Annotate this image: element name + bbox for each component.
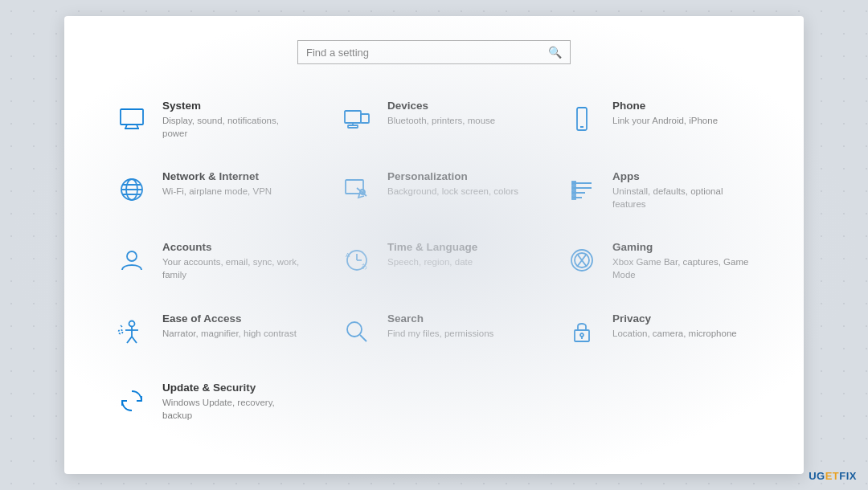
svg-rect-41 (575, 330, 589, 341)
privacy-desc: Location, camera, microphone (612, 327, 737, 340)
search-title: Search (387, 312, 493, 325)
system-desc: Display, sound, notifications, power (162, 114, 305, 140)
gaming-title: Gaming (612, 241, 755, 253)
search-container: 🔍 (297, 40, 571, 64)
privacy-icon (563, 312, 601, 351)
setting-item-ease[interactable]: Ease of Access Narrator, magnifier, high… (104, 301, 313, 362)
ease-desc: Narrator, magnifier, high contrast (162, 327, 297, 340)
svg-text:あ: あ (361, 263, 367, 270)
gaming-icon (563, 241, 601, 280)
setting-item-privacy[interactable]: Privacy Location, camera, microphone (555, 301, 764, 362)
setting-item-accounts[interactable]: Accounts Your accounts, email, sync, wor… (104, 230, 313, 292)
personalization-title: Personalization (387, 170, 518, 182)
devices-title: Devices (387, 100, 495, 112)
settings-grid: System Display, sound, notifications, po… (104, 88, 764, 433)
search-bar[interactable]: 🔍 (297, 40, 571, 64)
setting-item-search[interactable]: Search Find my files, permissions (330, 301, 538, 362)
ease-title: Ease of Access (162, 312, 297, 325)
system-title: System (162, 100, 305, 112)
search-input[interactable] (306, 47, 548, 59)
phone-icon (563, 100, 601, 138)
setting-item-update[interactable]: Update & Security Windows Update, recove… (104, 370, 313, 433)
time-title: Time & Language (387, 241, 477, 253)
setting-item-time[interactable]: A あ Time & Language Speech, region, date (330, 230, 538, 292)
search-icon: 🔍 (548, 46, 562, 59)
gaming-desc: Xbox Game Bar, captures, Game Mode (612, 255, 755, 281)
network-icon (113, 170, 151, 209)
apps-icon (563, 170, 601, 209)
svg-point-42 (580, 333, 583, 337)
search-desc: Find my files, permissions (387, 327, 493, 340)
setting-item-phone[interactable]: Phone Link your Android, iPhone (555, 88, 764, 151)
accounts-title: Accounts (162, 241, 305, 253)
search-icon (338, 312, 376, 351)
svg-line-40 (360, 335, 366, 341)
personalization-icon (338, 170, 376, 209)
apps-title: Apps (612, 170, 755, 182)
time-icon: A あ (338, 241, 376, 280)
system-icon (113, 100, 151, 138)
network-desc: Wi-Fi, airplane mode, VPN (162, 185, 272, 198)
svg-point-26 (127, 251, 137, 261)
phone-title: Phone (612, 100, 718, 112)
phone-desc: Link your Android, iPhone (612, 114, 718, 127)
svg-point-39 (347, 322, 362, 337)
setting-item-gaming[interactable]: Gaming Xbox Game Bar, captures, Game Mod… (555, 230, 764, 292)
ease-icon (113, 312, 151, 351)
setting-item-apps[interactable]: Apps Uninstall, defaults, optional featu… (555, 159, 764, 222)
update-desc: Windows Update, recovery, backup (162, 396, 305, 422)
svg-text:A: A (346, 251, 350, 259)
svg-point-37 (119, 329, 123, 333)
setting-item-network[interactable]: Network & Internet Wi-Fi, airplane mode,… (104, 159, 313, 222)
personalization-desc: Background, lock screen, colors (387, 185, 518, 198)
svg-rect-6 (348, 125, 358, 128)
setting-item-devices[interactable]: Devices Bluetooth, printers, mouse (330, 88, 538, 151)
svg-rect-0 (121, 109, 143, 125)
setting-item-system[interactable]: System Display, sound, notifications, po… (104, 88, 313, 151)
svg-rect-4 (345, 111, 361, 123)
network-title: Network & Internet (162, 170, 272, 182)
settings-window: 🔍 System Display, sound, notifications, … (64, 16, 804, 474)
svg-point-36 (129, 321, 135, 326)
update-icon (113, 382, 151, 420)
accounts-icon (113, 241, 151, 280)
watermark: UGETFIX (809, 470, 857, 482)
privacy-title: Privacy (612, 312, 737, 325)
devices-desc: Bluetooth, printers, mouse (387, 114, 495, 127)
svg-rect-5 (361, 114, 369, 123)
accounts-desc: Your accounts, email, sync, work, family (162, 255, 305, 281)
apps-desc: Uninstall, defaults, optional features (612, 185, 755, 210)
svg-line-38 (121, 325, 122, 327)
setting-item-personalization[interactable]: Personalization Background, lock screen,… (330, 159, 538, 222)
update-title: Update & Security (162, 382, 305, 394)
devices-icon (338, 100, 376, 138)
time-desc: Speech, region, date (387, 255, 477, 268)
